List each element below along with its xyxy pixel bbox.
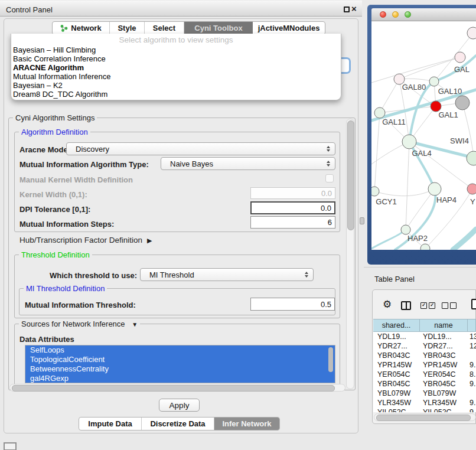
export-table-icon[interactable] — [471, 299, 476, 309]
network-node[interactable] — [401, 225, 410, 234]
table-row[interactable]: YBL079WYBL079W — [373, 389, 476, 398]
float-window-icon[interactable] — [344, 6, 350, 12]
table-cell — [467, 351, 476, 360]
aracne-mode-value: Discovery — [76, 145, 109, 154]
table-row[interactable]: YDL19...YDL19...13 — [373, 332, 476, 341]
tab-impute-data-label: Impute Data — [88, 419, 132, 428]
which-threshold-combo[interactable]: MI Threshold — [140, 268, 314, 281]
gear-icon[interactable]: ⚙ — [383, 298, 392, 311]
table-cell: YBL079W — [419, 389, 467, 398]
table-cell: 9. — [467, 379, 476, 389]
panel-splitter-grip[interactable] — [360, 217, 364, 224]
dropdown-item[interactable]: Mutual Information Inference — [11, 72, 341, 81]
apply-button[interactable]: Apply — [159, 399, 200, 412]
tab-impute-data[interactable]: Impute Data — [79, 418, 142, 430]
table-row[interactable]: YDR27...YDR27...12 — [373, 341, 476, 351]
network-node[interactable] — [429, 77, 439, 86]
mi-threshold-label: Mutual Information Threshold: — [25, 301, 136, 309]
network-canvas-svg: GALGAL80GAL10GAL1GAL11GAL4SWI4GCY1HAP4YH… — [371, 21, 476, 250]
mi-threshold-group-title: MI Threshold Definition — [24, 284, 107, 293]
network-canvas[interactable]: GALGAL80GAL10GAL1GAL11GAL4SWI4GCY1HAP4YH… — [371, 21, 476, 250]
deselect-all-columns-icon[interactable] — [442, 302, 457, 309]
tab-infer-network[interactable]: Infer Network — [214, 418, 279, 430]
which-threshold-label: Which threshold to use: — [50, 271, 137, 280]
select-all-columns-icon[interactable]: ✓ ✓ — [420, 302, 435, 309]
network-node-label: HAP2 — [407, 234, 428, 243]
mi-steps-field[interactable] — [250, 216, 335, 229]
network-node[interactable] — [467, 184, 476, 194]
network-node[interactable] — [374, 107, 385, 118]
table-row[interactable]: YER054CYER054C8. — [373, 370, 476, 379]
tab-style[interactable]: Style — [110, 22, 145, 34]
attribute-list-item[interactable]: gal4RGexp — [25, 374, 335, 383]
network-node[interactable] — [467, 151, 476, 165]
network-node[interactable] — [402, 135, 416, 149]
apply-button-label: Apply — [169, 401, 190, 410]
table-cell: YER054C — [419, 370, 467, 379]
table-hscrollbar[interactable] — [374, 413, 476, 421]
sources-expander[interactable]: Sources for Network Inference ▼ — [19, 319, 140, 328]
column-header-extra[interactable] — [468, 319, 476, 331]
dropdown-item[interactable]: Dream8 DC_TDC Algorithm — [11, 90, 341, 99]
minimized-panel-icon[interactable] — [4, 442, 17, 450]
zoom-traffic-light[interactable] — [405, 11, 411, 18]
table-cell: YBR043C — [373, 351, 419, 360]
table-row[interactable]: YBR045CYBR045C9. — [373, 379, 476, 389]
close-traffic-light[interactable] — [380, 11, 386, 18]
network-node-label: GAL11 — [382, 118, 406, 126]
network-node-label: SWI4 — [450, 136, 469, 145]
network-node[interactable] — [428, 182, 441, 195]
table-cell: YDR27... — [419, 341, 467, 351]
data-attributes-items: SelfLoopsTopologicalCoefficientBetweenne… — [25, 345, 335, 383]
dropdown-item[interactable]: ARACNE Algorithm — [11, 63, 341, 72]
collapsed-arrow-icon: ▶ — [147, 237, 152, 244]
attribute-list-item[interactable]: BetweennessCentrality — [25, 364, 335, 374]
mi-threshold-field[interactable] — [250, 298, 335, 311]
tab-cyni-toolbox[interactable]: Cyni Toolbox — [184, 22, 253, 34]
dpi-tolerance-field[interactable] — [250, 201, 335, 214]
dropdown-item[interactable]: Bayesian – K2 — [11, 81, 341, 90]
table-cell: 9 — [467, 407, 476, 412]
table-hscrollbar-thumb[interactable] — [376, 415, 471, 421]
table-row[interactable]: YLR345WYLR345W9. — [373, 398, 476, 407]
close-icon[interactable]: × — [351, 4, 357, 14]
tab-jactivemnodules[interactable]: jActiveMNodules — [253, 22, 325, 34]
settings-scrollbar[interactable] — [346, 119, 354, 389]
settings-hscrollbar-thumb[interactable] — [12, 385, 335, 392]
dropdown-item[interactable]: Bayesian – Hill Climbing — [11, 45, 341, 54]
minimize-traffic-light[interactable] — [392, 11, 399, 18]
combo-stepper-icon — [327, 161, 330, 167]
network-node[interactable] — [467, 27, 476, 39]
network-node[interactable] — [455, 96, 470, 110]
column-header-shared-name[interactable]: shared... — [373, 319, 420, 331]
tab-select[interactable]: Select — [145, 22, 184, 34]
table-cell: YBR043C — [419, 351, 467, 360]
aracne-mode-combo[interactable]: Discovery — [66, 142, 335, 155]
kernel-width-field — [250, 187, 335, 199]
settings-scrollbar-thumb[interactable] — [347, 120, 354, 230]
table-cell: YLR345W — [419, 398, 467, 407]
network-node-label: GCY1 — [376, 197, 396, 206]
table-cell: YIL052C — [419, 407, 467, 412]
mi-type-label: Mutual Information Algorithm Type: — [19, 160, 149, 169]
network-node[interactable] — [455, 52, 465, 63]
manual-kernel-checkbox — [325, 174, 334, 182]
hub-definition-expander[interactable]: Hub/Transcription Factor Definition▶ — [19, 236, 152, 244]
data-attributes-label: Data Attributes — [19, 335, 74, 344]
table-row[interactable]: YBR043CYBR043C — [373, 351, 476, 360]
table-row[interactable]: YPR145WYPR145W9. — [373, 360, 476, 370]
attribute-list-item[interactable]: TopologicalCoefficient — [25, 355, 335, 364]
attributes-scrollbar-thumb[interactable] — [328, 347, 333, 372]
tab-discretize-data[interactable]: Discretize Data — [142, 418, 214, 430]
settings-hscrollbar[interactable] — [9, 384, 345, 392]
columns-icon[interactable] — [401, 301, 411, 310]
table-row[interactable]: YIL052CYIL052C9 — [373, 407, 476, 412]
tab-network[interactable]: Network — [53, 22, 110, 34]
algorithm-definition-title: Algorithm Definition — [19, 128, 90, 136]
dropdown-item[interactable]: Basic Correlation Inference — [11, 54, 341, 63]
attribute-list-item[interactable]: SelfLoops — [25, 345, 335, 355]
table-cell: 12 — [467, 341, 476, 351]
network-node[interactable] — [371, 187, 379, 196]
column-header-name[interactable]: name — [420, 319, 468, 331]
mi-type-combo[interactable]: Naive Bayes — [161, 157, 335, 170]
